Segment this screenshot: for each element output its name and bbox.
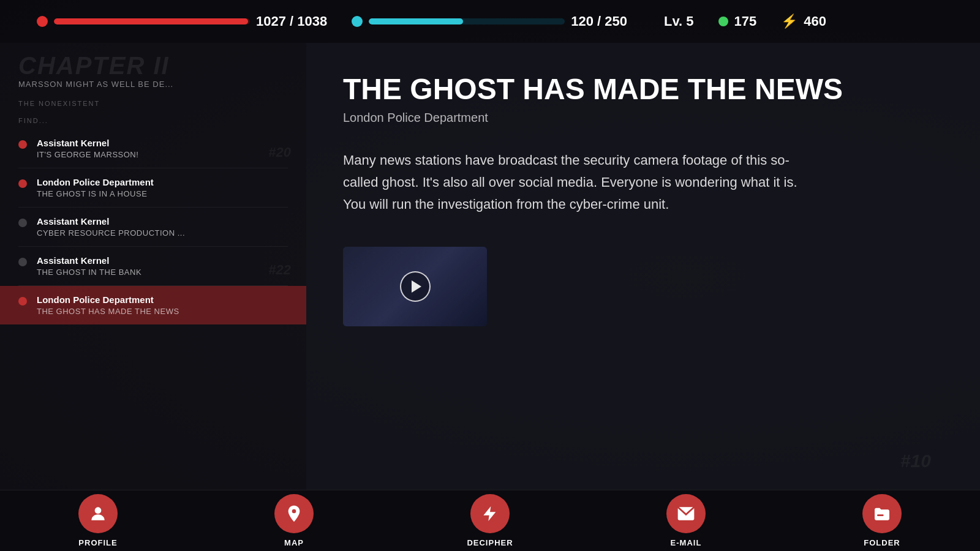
message-content: London Police Department THE GHOST IS IN…: [37, 177, 288, 198]
email-sender: London Police Department: [343, 111, 943, 125]
svg-point-0: [95, 507, 102, 514]
hud-bar: 1027 / 1038 120 / 250 Lv. 5 175 ⚡ 460: [0, 0, 980, 43]
energy-stat: 120 / 250: [352, 13, 627, 29]
email-title: THE GHOST HAS MADE THE NEWS: [343, 73, 943, 106]
section-sub-label: FIND...: [0, 112, 306, 129]
hp-bar-fill: [54, 18, 248, 24]
play-button[interactable]: [400, 271, 431, 302]
play-icon: [412, 280, 421, 293]
nav-label-email: E-MAIL: [671, 538, 702, 547]
chapter-ghost-title: CHAPTER II: [18, 52, 170, 80]
bottom-navigation: PROFILE MAP DECIPHER E-MAIL: [0, 490, 980, 551]
nav-item-profile[interactable]: PROFILE: [0, 494, 196, 547]
message-dot: [18, 258, 27, 266]
energy-bar-track: [369, 18, 565, 24]
list-item[interactable]: London Police Department THE GHOST IS IN…: [0, 168, 306, 207]
nav-item-decipher[interactable]: DECIPHER: [392, 494, 588, 547]
hp-stat: 1027 / 1038: [37, 13, 327, 29]
energy-icon: [352, 16, 363, 27]
message-content: Assistant Kernel IT'S GEORGE MARSSON!: [37, 138, 288, 159]
lightning-decipher-icon: [480, 504, 500, 523]
nav-item-map[interactable]: MAP: [196, 494, 392, 547]
folder-svg-icon: [872, 504, 892, 523]
decipher-icon: [470, 494, 510, 533]
chapter-header: CHAPTER II MARSSON MIGHT AS WELL BE DE..…: [0, 43, 306, 95]
message-sender: Assistant Kernel: [37, 255, 288, 266]
message-subject: THE GHOST HAS MADE THE NEWS: [37, 307, 288, 316]
energy-value: 120 / 250: [571, 13, 627, 29]
message-number: #20: [268, 144, 291, 160]
message-subject: IT'S GEORGE MARSSON!: [37, 150, 288, 159]
message-subject: THE GHOST IS IN A HOUSE: [37, 189, 288, 198]
message-sender: London Police Department: [37, 294, 288, 305]
message-content: Assistant Kernel CYBER RESOURCE PRODUCTI…: [37, 216, 288, 238]
message-subject: CYBER RESOURCE PRODUCTION ...: [37, 228, 288, 238]
message-list-panel: CHAPTER II MARSSON MIGHT AS WELL BE DE..…: [0, 43, 306, 490]
message-dot: [18, 219, 27, 227]
message-dot: [18, 297, 27, 305]
lightning-icon: ⚡: [781, 13, 797, 29]
map-icon: [274, 494, 314, 533]
green-value: 175: [734, 13, 757, 29]
list-item[interactable]: London Police Department THE GHOST HAS M…: [0, 286, 306, 324]
email-body: Many news stations have broadcast the se…: [343, 149, 821, 216]
message-content: Assistant Kernel THE GHOST IN THE BANK: [37, 255, 288, 277]
message-dot: [18, 179, 27, 188]
video-thumbnail[interactable]: [343, 247, 487, 326]
nav-item-folder[interactable]: FOLDER: [784, 494, 980, 547]
message-number: #22: [268, 262, 291, 278]
hp-bar-track: [54, 18, 250, 24]
hp-icon: [37, 16, 48, 27]
nav-label-decipher: DECIPHER: [467, 538, 513, 547]
nav-label-map: MAP: [284, 538, 304, 547]
message-sender: Assistant Kernel: [37, 138, 288, 148]
profile-icon: [78, 494, 118, 533]
message-content: London Police Department THE GHOST HAS M…: [37, 294, 288, 316]
hp-value: 1027 / 1038: [256, 13, 327, 29]
section-label: THE NONEXISTENT: [0, 95, 306, 112]
nav-label-profile: PROFILE: [78, 538, 117, 547]
level-label: Lv. 5: [664, 13, 694, 29]
lightning-value: 460: [804, 13, 826, 29]
svg-point-1: [292, 509, 296, 514]
person-icon: [88, 504, 108, 523]
green-stat: 175: [718, 13, 757, 29]
nav-item-email[interactable]: E-MAIL: [588, 494, 784, 547]
message-sender: Assistant Kernel: [37, 216, 288, 227]
lightning-stat: ⚡ 460: [781, 13, 826, 29]
nav-label-folder: FOLDER: [864, 538, 900, 547]
list-item[interactable]: Assistant Kernel THE GHOST IN THE BANK #…: [0, 247, 306, 285]
svg-rect-4: [877, 514, 884, 516]
message-dot: [18, 140, 27, 149]
green-dot-icon: [718, 17, 728, 26]
email-detail-panel: THE GHOST HAS MADE THE NEWS London Polic…: [306, 43, 980, 490]
email-icon: [666, 494, 706, 533]
folder-icon: [862, 494, 902, 533]
energy-bar-fill: [369, 18, 463, 24]
list-item[interactable]: Assistant Kernel IT'S GEORGE MARSSON! #2…: [0, 129, 306, 168]
map-pin-icon: [284, 504, 304, 523]
envelope-icon: [676, 504, 696, 523]
message-sender: London Police Department: [37, 177, 288, 187]
list-item[interactable]: Assistant Kernel CYBER RESOURCE PRODUCTI…: [0, 208, 306, 246]
section-number-ghost: #10: [900, 451, 931, 471]
message-subject: THE GHOST IN THE BANK: [37, 268, 288, 277]
